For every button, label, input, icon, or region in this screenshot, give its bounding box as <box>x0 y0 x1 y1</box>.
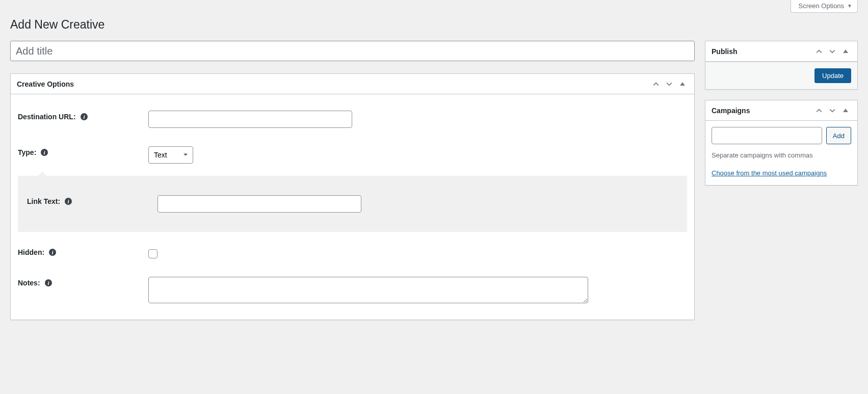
type-label: Type: <box>18 148 36 156</box>
info-icon[interactable]: i <box>64 197 72 205</box>
destination-url-input[interactable] <box>148 111 352 128</box>
link-text-label: Link Text: <box>27 197 60 205</box>
campaigns-heading: Campaigns <box>712 107 750 115</box>
creative-options-heading: Creative Options <box>17 80 74 88</box>
move-down-button[interactable] <box>827 105 838 116</box>
publish-panel: Publish Update <box>705 41 858 90</box>
campaigns-help-text: Separate campaigns with commas <box>712 151 851 159</box>
creative-options-header: Creative Options <box>11 74 694 94</box>
toggle-panel-button[interactable] <box>840 105 851 116</box>
screen-options-button[interactable]: Screen Options ▼ <box>791 0 858 13</box>
type-row: Type: i Text <box>18 137 687 173</box>
link-text-panel: Link Text: i <box>18 176 687 232</box>
triangle-up-icon <box>843 109 848 112</box>
campaigns-input[interactable] <box>712 127 822 144</box>
chevron-up-icon <box>814 106 824 115</box>
screen-options-label: Screen Options <box>798 2 844 10</box>
type-select[interactable]: Text <box>148 146 193 164</box>
chevron-up-icon <box>814 47 824 56</box>
chevron-down-icon <box>665 80 674 89</box>
move-up-button[interactable] <box>650 78 662 90</box>
info-icon[interactable]: i <box>80 113 88 121</box>
link-text-row: Link Text: i <box>27 188 678 220</box>
info-icon[interactable]: i <box>48 248 57 256</box>
destination-url-row: Destination URL: i <box>18 101 687 137</box>
chevron-down-icon <box>828 47 837 56</box>
campaigns-panel: Campaigns Add Se <box>705 100 858 186</box>
hidden-label: Hidden: <box>18 248 44 256</box>
toggle-panel-button[interactable] <box>677 78 688 90</box>
campaigns-header: Campaigns <box>705 100 857 121</box>
triangle-up-icon <box>680 82 685 86</box>
publish-header: Publish <box>705 41 857 62</box>
page-title: Add New Creative <box>10 18 858 32</box>
info-icon[interactable]: i <box>40 148 48 156</box>
move-up-button[interactable] <box>813 46 825 57</box>
notes-label: Notes: <box>18 279 40 287</box>
update-button[interactable]: Update <box>814 68 851 83</box>
hidden-checkbox[interactable] <box>148 249 157 258</box>
info-icon[interactable]: i <box>44 279 52 287</box>
destination-url-label: Destination URL: <box>18 113 76 121</box>
choose-campaigns-link[interactable]: Choose from the most used campaigns <box>712 169 827 177</box>
toggle-panel-button[interactable] <box>840 46 851 57</box>
notes-row: Notes: i <box>18 268 687 312</box>
notes-textarea[interactable] <box>148 277 588 303</box>
triangle-up-icon <box>843 49 848 53</box>
title-input[interactable] <box>10 41 695 61</box>
chevron-down-icon: ▼ <box>847 3 852 9</box>
creative-options-panel: Creative Options Destination U <box>10 73 695 320</box>
publish-heading: Publish <box>712 47 738 56</box>
move-up-button[interactable] <box>813 105 825 116</box>
chevron-up-icon <box>651 80 661 89</box>
add-campaign-button[interactable]: Add <box>826 127 851 144</box>
link-text-input[interactable] <box>157 195 361 213</box>
hidden-row: Hidden: i <box>18 237 687 268</box>
move-down-button[interactable] <box>664 78 675 90</box>
move-down-button[interactable] <box>827 46 838 57</box>
chevron-down-icon <box>828 106 837 115</box>
